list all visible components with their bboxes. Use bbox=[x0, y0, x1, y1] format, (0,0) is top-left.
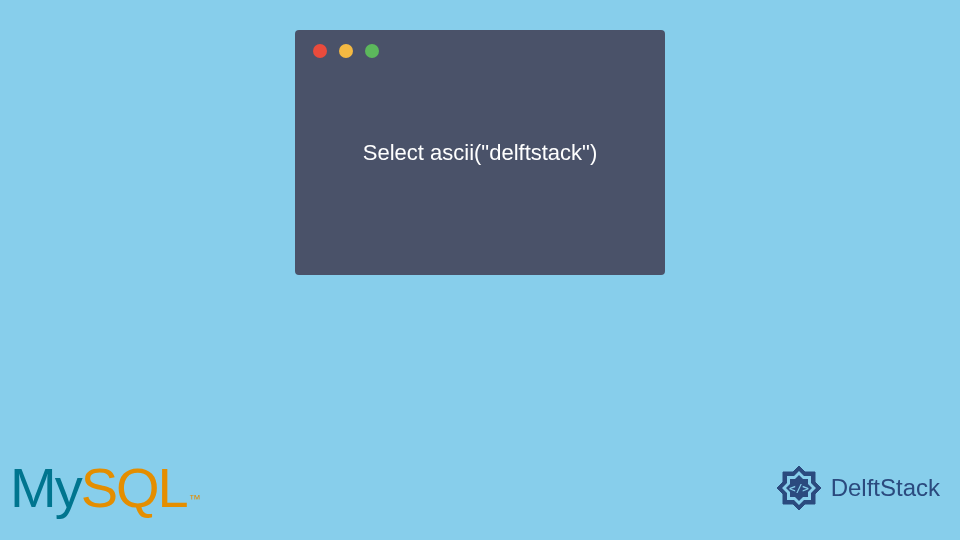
minimize-icon bbox=[339, 44, 353, 58]
delftstack-text: DelftStack bbox=[831, 474, 940, 502]
mysql-tm-text: ™ bbox=[189, 492, 201, 506]
maximize-icon bbox=[365, 44, 379, 58]
traffic-lights bbox=[295, 30, 665, 72]
mysql-my-text: My bbox=[10, 455, 81, 520]
delftstack-icon: </> bbox=[771, 460, 827, 516]
mysql-logo: My SQL ™ bbox=[10, 455, 201, 520]
close-icon bbox=[313, 44, 327, 58]
code-window: Select ascii("delftstack") bbox=[295, 30, 665, 275]
delftstack-logo: </> DelftStack bbox=[771, 460, 940, 516]
code-content: Select ascii("delftstack") bbox=[363, 140, 597, 166]
svg-text:</>: </> bbox=[789, 482, 809, 495]
mysql-sql-text: SQL bbox=[81, 455, 187, 520]
